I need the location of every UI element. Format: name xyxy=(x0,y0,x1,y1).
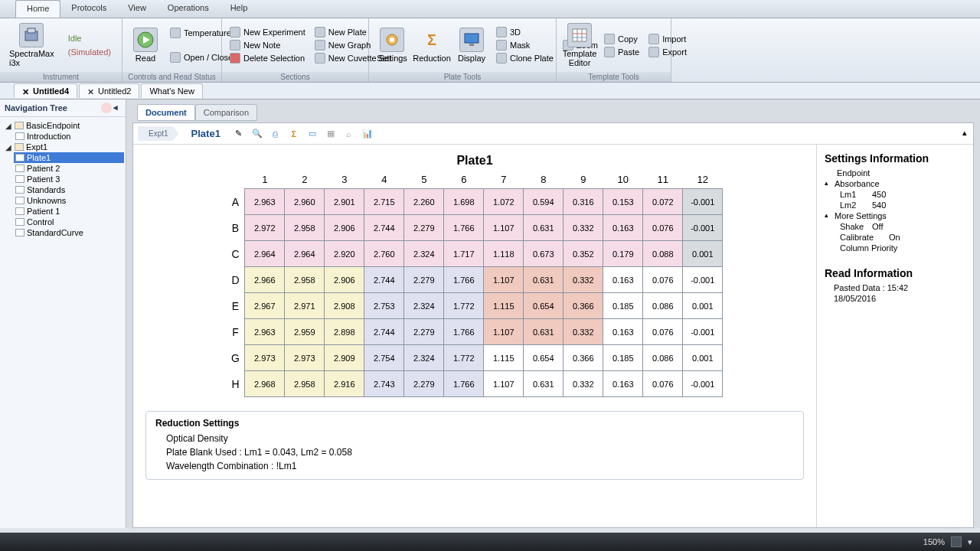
new-experiment-button[interactable]: New Experiment xyxy=(227,26,309,38)
zoom-dropdown-icon[interactable]: ▾ xyxy=(968,537,972,547)
settings-button[interactable]: Settings xyxy=(374,26,410,64)
menu-tab-protocols[interactable]: Protocols xyxy=(60,0,117,18)
plate-cell[interactable]: 0.366 xyxy=(564,345,603,371)
plate-cell[interactable]: 1.115 xyxy=(484,345,524,371)
plate-cell[interactable]: 2.898 xyxy=(325,319,364,345)
plate-cell[interactable]: 0.332 xyxy=(564,215,603,241)
delete-selection-button[interactable]: Delete Selection xyxy=(227,52,309,64)
plate-cell[interactable]: 0.185 xyxy=(603,345,643,371)
menu-tab-help[interactable]: Help xyxy=(220,0,259,18)
plate-cell[interactable]: 0.366 xyxy=(564,293,603,319)
plate-cell[interactable]: 2.744 xyxy=(364,267,404,293)
plate-cell[interactable]: 0.076 xyxy=(643,215,683,241)
plate-cell[interactable]: 2.715 xyxy=(364,189,404,215)
print-icon[interactable]: ⎙ xyxy=(270,128,282,140)
plate-cell[interactable]: 0.332 xyxy=(564,371,603,397)
plate-cell[interactable]: 2.972 xyxy=(245,215,285,241)
display-button[interactable]: Display xyxy=(453,26,490,64)
plate-cell[interactable]: 2.964 xyxy=(285,241,325,267)
read-button[interactable]: Read xyxy=(127,26,164,64)
plate-cell[interactable]: 2.909 xyxy=(325,345,364,371)
plate-cell[interactable]: 2.279 xyxy=(404,267,444,293)
plate-cell[interactable]: 0.332 xyxy=(564,267,603,293)
plate-cell[interactable]: 2.968 xyxy=(245,371,285,397)
menu-tab-home[interactable]: Home xyxy=(15,0,60,18)
plate-cell[interactable]: 1.107 xyxy=(484,319,524,345)
plate-cell[interactable]: 0.163 xyxy=(603,319,643,345)
plate-cell[interactable]: 2.963 xyxy=(245,319,285,345)
plate-cell[interactable]: 2.324 xyxy=(404,345,444,371)
nav-search-icon[interactable] xyxy=(101,103,112,113)
mask-button[interactable]: Mask xyxy=(493,39,557,51)
plate-cell[interactable]: -0.001 xyxy=(683,215,723,241)
plate-cell[interactable]: 2.959 xyxy=(285,319,325,345)
tree-node[interactable]: ◢BasicEndpoint xyxy=(3,120,124,131)
screen-icon[interactable]: ▭ xyxy=(306,128,318,140)
export-button[interactable]: Export xyxy=(645,46,690,58)
tree-leaf[interactable]: Control xyxy=(14,217,124,227)
3d-button[interactable]: 3D xyxy=(493,26,557,38)
plate-cell[interactable]: 2.973 xyxy=(285,345,325,371)
plate-cell[interactable]: 1.698 xyxy=(444,189,484,215)
grid-toggle-icon[interactable]: ▦ xyxy=(325,128,337,140)
tree-node[interactable]: ◢Expt1 xyxy=(3,142,124,152)
close-icon[interactable]: ✕ xyxy=(87,87,95,95)
plate-cell[interactable]: 1.107 xyxy=(484,215,524,241)
tree-leaf[interactable]: Patient 2 xyxy=(14,163,124,174)
tree-leaf[interactable]: Patient 1 xyxy=(14,206,124,217)
paste-button[interactable]: Paste xyxy=(601,46,642,58)
plate-cell[interactable]: -0.001 xyxy=(683,319,723,345)
plate-cell[interactable]: 2.958 xyxy=(285,371,325,397)
plate-cell[interactable]: 0.076 xyxy=(643,267,683,293)
zoom-control[interactable] xyxy=(951,536,962,547)
clone-plate-button[interactable]: Clone Plate xyxy=(493,52,557,64)
plate-cell[interactable]: 0.631 xyxy=(524,319,564,345)
plate-cell[interactable]: 2.958 xyxy=(285,215,325,241)
plate-cell[interactable]: 1.766 xyxy=(444,267,484,293)
plate-cell[interactable]: 0.673 xyxy=(524,241,564,267)
doc-tab-untitled2[interactable]: ✕Untitled2 xyxy=(79,83,139,98)
plate-cell[interactable]: 0.316 xyxy=(564,189,603,215)
plate-cell[interactable]: -0.001 xyxy=(683,267,723,293)
tree-leaf[interactable]: Standards xyxy=(14,184,124,195)
tree-leaf[interactable]: Plate1 xyxy=(14,152,124,163)
plate-cell[interactable]: 2.906 xyxy=(325,267,364,293)
tree-leaf[interactable]: Patient 3 xyxy=(14,174,124,184)
plate-cell[interactable]: 0.086 xyxy=(643,293,683,319)
plate-cell[interactable]: 0.332 xyxy=(564,319,603,345)
chart-icon[interactable]: 📊 xyxy=(361,128,374,140)
plate-cell[interactable]: 0.594 xyxy=(524,189,564,215)
plate-cell[interactable]: 2.964 xyxy=(245,241,285,267)
plate-cell[interactable]: 0.001 xyxy=(683,293,723,319)
plate-cell[interactable]: 0.153 xyxy=(603,189,643,215)
plate-cell[interactable]: 0.631 xyxy=(524,215,564,241)
plate-cell[interactable]: 0.076 xyxy=(643,371,683,397)
plate-cell[interactable]: 1.107 xyxy=(484,267,524,293)
view-tab-document[interactable]: Document xyxy=(137,104,195,121)
plate-cell[interactable]: 0.654 xyxy=(524,345,564,371)
close-icon[interactable]: ✕ xyxy=(22,87,30,95)
plate-cell[interactable]: 1.766 xyxy=(444,215,484,241)
doc-tab-untitled4[interactable]: ✕Untitled4 xyxy=(14,83,77,98)
plate-cell[interactable]: 0.001 xyxy=(683,345,723,371)
new-note-button[interactable]: New Note xyxy=(227,39,309,51)
plate-cell[interactable]: 0.163 xyxy=(603,215,643,241)
plate-cell[interactable]: 0.631 xyxy=(524,267,564,293)
plate-cell[interactable]: 0.072 xyxy=(643,189,683,215)
doc-tab-whatsnew[interactable]: What's New xyxy=(141,83,202,98)
instrument-button[interactable]: SpectraMax i3x xyxy=(5,21,59,69)
plate-cell[interactable]: 2.920 xyxy=(325,241,364,267)
collapse-icon[interactable]: ▴ xyxy=(962,128,967,138)
tree-leaf[interactable]: StandardCurve xyxy=(14,227,124,238)
breadcrumb-root[interactable]: Expt1 xyxy=(138,126,179,141)
plate-cell[interactable]: 0.163 xyxy=(603,267,643,293)
plate-cell[interactable]: 0.086 xyxy=(643,345,683,371)
plate-cell[interactable]: 2.906 xyxy=(325,215,364,241)
plate-cell[interactable]: 0.076 xyxy=(643,319,683,345)
copy-button[interactable]: Copy xyxy=(601,33,642,45)
plate-cell[interactable]: 1.766 xyxy=(444,371,484,397)
plate-cell[interactable]: 0.088 xyxy=(643,241,683,267)
plate-cell[interactable]: -0.001 xyxy=(683,371,723,397)
plate-cell[interactable]: 0.179 xyxy=(603,241,643,267)
plate-cell[interactable]: 2.279 xyxy=(404,215,444,241)
